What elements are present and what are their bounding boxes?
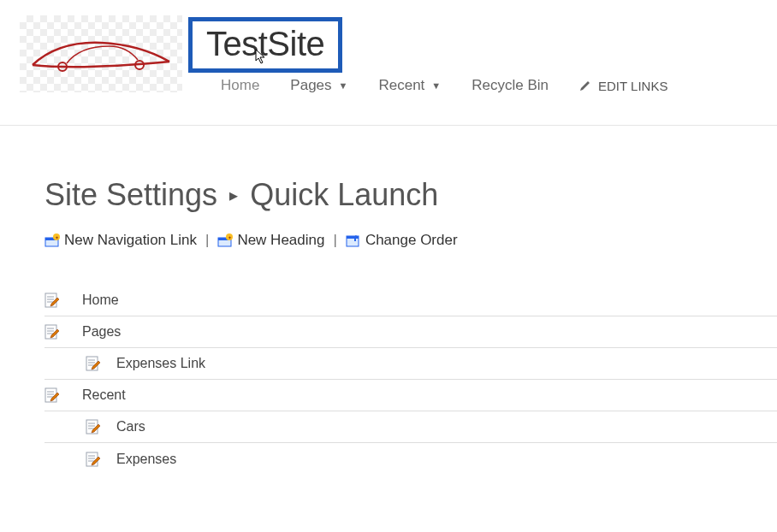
nav-list-row: Cars	[44, 411, 777, 443]
edit-item-icon[interactable]	[86, 356, 101, 371]
svg-text:✦: ✦	[228, 235, 232, 240]
pencil-icon	[579, 80, 591, 92]
change-order-icon	[346, 233, 361, 247]
car-logo-icon	[28, 33, 174, 75]
nav-item-label[interactable]: Recent	[82, 387, 126, 403]
page-title: Site Settings ▸ Quick Launch	[44, 177, 777, 213]
chevron-down-icon: ▼	[431, 80, 441, 91]
chevron-down-icon: ▼	[339, 80, 348, 91]
main-content: Site Settings ▸ Quick Launch ✦ New Navig…	[0, 125, 777, 475]
nav-list-row: Home	[44, 285, 777, 316]
edit-links-label: EDIT LINKS	[598, 79, 667, 93]
quick-launch-list: HomePagesExpenses LinkRecentCarsExpenses	[44, 285, 777, 475]
nav-recycle-label: Recycle Bin	[472, 77, 549, 94]
nav-recent-label: Recent	[378, 77, 424, 94]
nav-pages-label: Pages	[290, 77, 331, 94]
nav-list-row: Recent	[44, 380, 777, 411]
nav-recent[interactable]: Recent ▼	[363, 77, 456, 94]
change-order-label: Change Order	[365, 232, 458, 249]
site-logo[interactable]	[20, 15, 182, 92]
nav-item-label[interactable]: Pages	[82, 324, 121, 340]
edit-item-icon[interactable]	[86, 419, 101, 434]
new-navigation-link-button[interactable]: ✦ New Navigation Link	[44, 232, 197, 249]
new-link-label: New Navigation Link	[64, 232, 197, 249]
new-heading-label: New Heading	[237, 232, 324, 249]
nav-list-row: Expenses Link	[44, 348, 777, 380]
edit-item-icon[interactable]	[44, 387, 60, 403]
svg-text:✦: ✦	[55, 235, 59, 240]
nav-recycle-bin[interactable]: Recycle Bin	[456, 77, 564, 94]
edit-item-icon[interactable]	[44, 324, 60, 340]
nav-home-label: Home	[221, 77, 259, 94]
nav-item-label[interactable]: Expenses Link	[116, 356, 205, 371]
new-heading-button[interactable]: ✦ New Heading	[217, 232, 324, 249]
nav-pages[interactable]: Pages ▼	[275, 77, 363, 94]
cursor-icon	[255, 49, 269, 66]
change-order-button[interactable]: Change Order	[346, 232, 458, 249]
top-navigation: Home Pages ▼ Recent ▼ Recycle Bin EDIT L…	[205, 77, 683, 94]
edit-links-button[interactable]: EDIT LINKS	[564, 79, 683, 93]
edit-item-icon[interactable]	[86, 452, 101, 467]
nav-list-row: Pages	[44, 316, 777, 348]
edit-item-icon[interactable]	[44, 293, 60, 308]
breadcrumb-separator-icon: ▸	[229, 185, 238, 205]
nav-item-label[interactable]: Expenses	[116, 452, 176, 467]
separator: |	[331, 232, 338, 249]
separator: |	[204, 232, 211, 249]
site-title-box[interactable]: TestSite	[188, 17, 342, 73]
new-heading-icon: ✦	[217, 233, 233, 247]
toolbar: ✦ New Navigation Link | ✦ New Heading | …	[44, 232, 777, 249]
breadcrumb-parent[interactable]: Site Settings	[44, 177, 217, 213]
nav-item-label[interactable]: Cars	[116, 419, 145, 434]
header: TestSite Home Pages ▼ Recent ▼ Recycle B…	[0, 0, 777, 103]
breadcrumb-current: Quick Launch	[250, 177, 438, 213]
nav-list-row: Expenses	[44, 443, 777, 475]
new-link-icon: ✦	[44, 233, 60, 247]
nav-home[interactable]: Home	[205, 77, 275, 94]
nav-item-label[interactable]: Home	[82, 293, 119, 308]
